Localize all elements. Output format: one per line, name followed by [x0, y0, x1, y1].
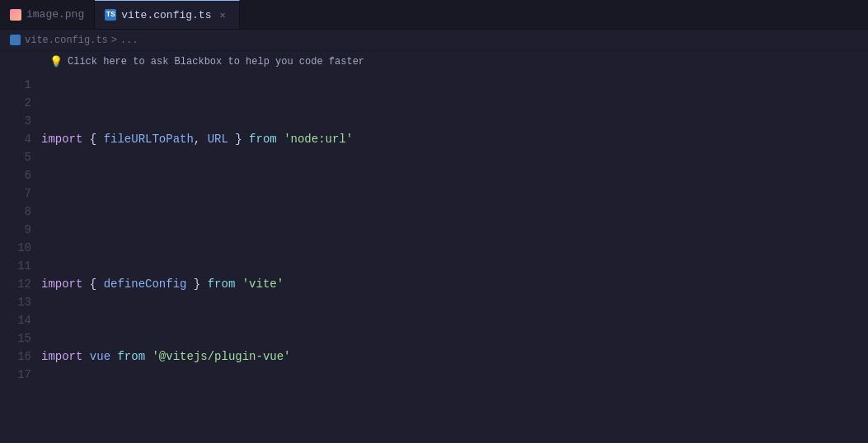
tab-image-label: image.png [26, 8, 84, 21]
code-line-2 [41, 203, 852, 221]
tab-vite-label: vite.config.ts [121, 9, 211, 21]
tab-vite-config-ts[interactable]: TS vite.config.ts ✕ [95, 0, 239, 29]
breadcrumb-separator: > [111, 35, 117, 46]
code-line-3: import { defineConfig } from 'vite' [41, 275, 852, 293]
code-area[interactable]: import { fileURLToPath, URL } from 'node… [41, 76, 868, 443]
bulb-icon: 💡 [49, 55, 63, 68]
breadcrumb: TS vite.config.ts > ... [0, 30, 868, 51]
breadcrumb-ts-icon: TS [10, 35, 21, 45]
image-file-icon [10, 9, 21, 21]
breadcrumb-rest: ... [120, 35, 138, 46]
tab-image-png[interactable]: image.png [0, 0, 95, 29]
blackbox-hint-text: Click here to ask Blackbox to help you c… [68, 56, 364, 68]
code-editor: 1 2 3 4 5 6 7 8 9 10 11 12 13 14 15 16 1… [0, 72, 868, 443]
code-line-5 [41, 420, 852, 438]
code-line-4: import vue from '@vitejs/plugin-vue' [41, 347, 852, 366]
code-line-1: import { fileURLToPath, URL } from 'node… [41, 130, 852, 148]
line-numbers: 1 2 3 4 5 6 7 8 9 10 11 12 13 14 15 16 1… [0, 76, 41, 443]
ts-file-icon: TS [105, 9, 116, 21]
tab-close-button[interactable]: ✕ [216, 7, 228, 23]
breadcrumb-filename: vite.config.ts [25, 35, 108, 46]
blackbox-hint-bar[interactable]: 💡 Click here to ask Blackbox to help you… [0, 51, 868, 72]
tab-bar: image.png TS vite.config.ts ✕ [0, 0, 868, 30]
